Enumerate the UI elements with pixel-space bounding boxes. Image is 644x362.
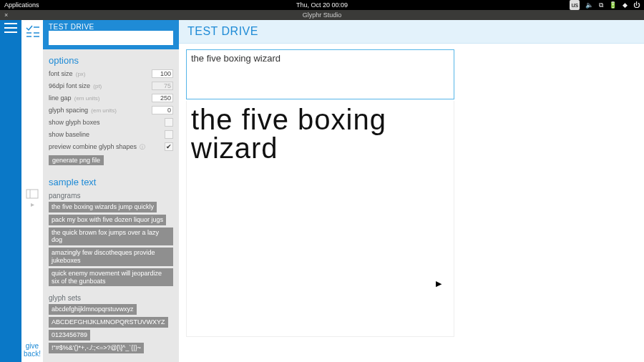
tool-rail: ▸ give back!: [21, 20, 43, 362]
option-checkbox[interactable]: [165, 118, 173, 127]
window-title: Glyphr Studio: [0, 10, 644, 20]
pangram-chip[interactable]: the five boxing wizards jump quickly: [49, 202, 157, 212]
option-row: preview combine glyph shapes ⓘ✔: [49, 142, 173, 152]
give-back-link[interactable]: give back!: [22, 338, 42, 362]
preview-input[interactable]: [186, 49, 454, 99]
keyboard-layout-indicator[interactable]: us: [570, 0, 580, 10]
option-value-input[interactable]: 100: [152, 69, 173, 78]
option-value-input[interactable]: 250: [152, 94, 173, 102]
system-tray: us 🔈 ⧉ 🔋 ◆ ⏻: [570, 0, 640, 10]
sidebar-subtitle: TEST DRIVE: [49, 23, 173, 31]
app-root: ▸ give back! TEST DRIVE CONTROLS options…: [0, 20, 644, 362]
chevron-right-icon[interactable]: ▸: [31, 200, 34, 208]
pangrams-heading: pangrams: [49, 192, 173, 200]
main-panel: TEST DRIVE the five boxing wizard: [179, 20, 644, 362]
option-row: 96dpi font size (pt)75: [49, 81, 173, 91]
option-label: glyph spacing (em units): [49, 107, 152, 114]
generate-png-button[interactable]: generate png file: [49, 155, 104, 165]
option-label: show glyph boxes: [49, 119, 165, 126]
glyphset-chip[interactable]: ABCDEFGHIJKLMNOPQRSTUVWXYZ: [49, 317, 168, 328]
option-label: line gap (em units): [49, 94, 152, 102]
panel-icon[interactable]: [26, 189, 39, 199]
battery-icon[interactable]: 🔋: [609, 0, 617, 10]
sidebar-header: TEST DRIVE CONTROLS: [43, 20, 179, 49]
close-button[interactable]: ×: [4, 10, 8, 20]
sidebar-body: options font size (px)10096dpi font size…: [43, 49, 179, 360]
option-row: show glyph boxes: [49, 117, 173, 127]
system-clock: Thu, Oct 20 00:09: [0, 0, 644, 10]
checklist-icon[interactable]: [25, 24, 39, 39]
option-label: preview combine glyph shapes ⓘ: [49, 143, 165, 151]
preview-area: the five boxing wizard: [179, 44, 644, 343]
glyphset-chip[interactable]: 0123456789: [49, 330, 90, 341]
option-label: font size (px): [49, 70, 152, 77]
applications-menu[interactable]: Applications: [4, 0, 39, 10]
notification-icon[interactable]: ◆: [623, 0, 628, 10]
sidebar: TEST DRIVE CONTROLS options font size (p…: [43, 20, 179, 362]
glyphsets-heading: glyph sets: [49, 294, 173, 302]
option-row: glyph spacing (em units)0: [49, 105, 173, 115]
option-label: 96dpi font size (pt): [49, 82, 152, 89]
option-row: show baseline: [49, 129, 173, 140]
option-checkbox[interactable]: [165, 130, 173, 139]
main-header: TEST DRIVE: [179, 20, 644, 44]
options-heading: options: [49, 55, 173, 66]
option-value-input[interactable]: 0: [152, 106, 173, 114]
option-value-input[interactable]: 75: [152, 82, 173, 90]
preview-render: the five boxing wizard: [186, 101, 454, 337]
network-icon[interactable]: ⧉: [599, 0, 603, 10]
window-titlebar: × Glyphr Studio: [0, 10, 644, 20]
option-row: line gap (em units)250: [49, 93, 173, 103]
glyphset-chip[interactable]: abcdefghijklmnopqrstuvwxyz: [49, 304, 137, 315]
hamburger-icon[interactable]: [4, 23, 17, 33]
sample-text-heading: sample text: [49, 177, 173, 187]
pangram-chip[interactable]: quick enemy movement will jeopardize six…: [49, 268, 173, 287]
power-icon[interactable]: ⏻: [633, 0, 640, 10]
system-bar: Applications Thu, Oct 20 00:09 us 🔈 ⧉ 🔋 …: [0, 0, 644, 10]
nav-rail: [0, 20, 21, 362]
volume-icon[interactable]: 🔈: [585, 0, 593, 10]
option-label: show baseline: [49, 131, 165, 138]
option-row: font size (px)100: [49, 69, 173, 79]
svg-rect-5: [26, 190, 38, 198]
pangram-chip[interactable]: amazingly few discotheques provide jukeb…: [49, 248, 173, 266]
glyphset-chip[interactable]: !"#$%&'()*+,-./:;<=>?@[\]^_`{|}~: [49, 343, 144, 353]
sidebar-title: CONTROLS: [49, 31, 173, 45]
option-checkbox[interactable]: ✔: [165, 142, 173, 151]
pangram-chip[interactable]: the quick brown fox jumps over a lazy do…: [49, 228, 173, 246]
pangram-chip[interactable]: pack my box with five dozen liquor jugs: [49, 215, 166, 225]
